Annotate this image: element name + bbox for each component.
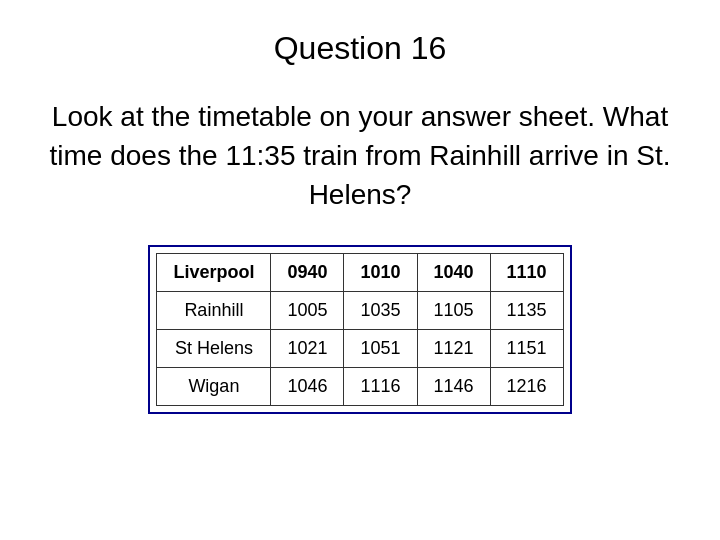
table-cell: 1046 xyxy=(271,367,344,405)
table-cell: Wigan xyxy=(157,367,271,405)
table-row: Liverpool0940101010401110 xyxy=(157,253,563,291)
table-row: Wigan1046111611461216 xyxy=(157,367,563,405)
table-cell: 1005 xyxy=(271,291,344,329)
timetable-container: Liverpool0940101010401110Rainhill1005103… xyxy=(148,245,571,414)
table-cell: 1135 xyxy=(490,291,563,329)
table-cell: 0940 xyxy=(271,253,344,291)
table-cell: Liverpool xyxy=(157,253,271,291)
timetable: Liverpool0940101010401110Rainhill1005103… xyxy=(156,253,563,406)
page-title: Question 16 xyxy=(274,30,447,67)
table-cell: 1151 xyxy=(490,329,563,367)
table-cell: 1021 xyxy=(271,329,344,367)
table-cell: St Helens xyxy=(157,329,271,367)
table-cell: 1040 xyxy=(417,253,490,291)
table-row: Rainhill1005103511051135 xyxy=(157,291,563,329)
table-cell: 1116 xyxy=(344,367,417,405)
table-cell: 1146 xyxy=(417,367,490,405)
table-cell: Rainhill xyxy=(157,291,271,329)
table-cell: 1010 xyxy=(344,253,417,291)
table-cell: 1035 xyxy=(344,291,417,329)
question-text: Look at the timetable on your answer she… xyxy=(40,97,680,215)
table-cell: 1110 xyxy=(490,253,563,291)
table-cell: 1051 xyxy=(344,329,417,367)
table-row: St Helens1021105111211151 xyxy=(157,329,563,367)
table-cell: 1121 xyxy=(417,329,490,367)
table-cell: 1216 xyxy=(490,367,563,405)
table-cell: 1105 xyxy=(417,291,490,329)
